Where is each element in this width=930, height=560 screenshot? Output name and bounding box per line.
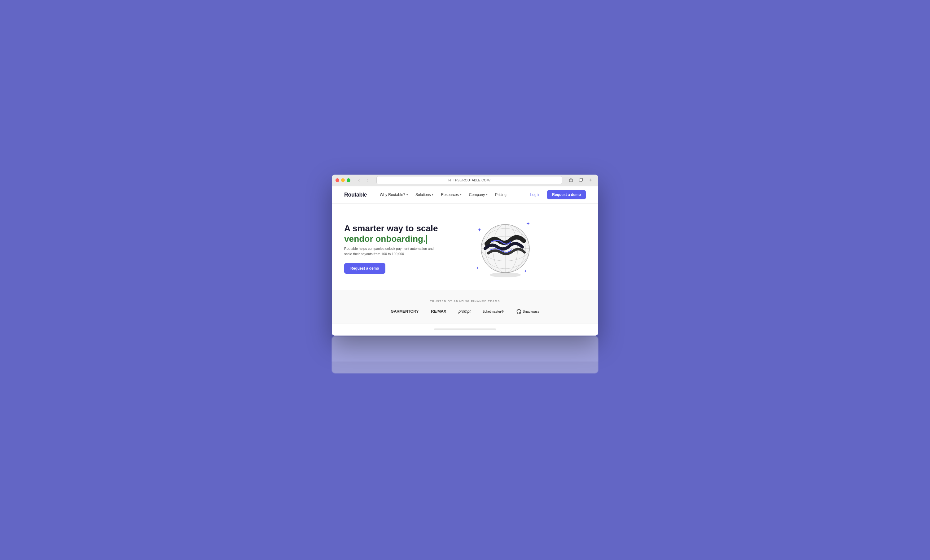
trusted-label: TRUSTED BY AMAZING FINANCE TEAMS [344, 300, 586, 303]
hero-title-accent: vendor onboarding. [344, 234, 427, 244]
chevron-down-icon: ▾ [486, 193, 488, 196]
hero-description: Routable helps companies unlock payment … [344, 246, 437, 257]
snackpass-text: Snackpass [523, 310, 539, 313]
trusted-section: TRUSTED BY AMAZING FINANCE TEAMS GARMENT… [332, 290, 598, 323]
logo-remax: RE/MAX [431, 309, 446, 314]
svg-point-12 [490, 272, 521, 278]
browser-nav-arrows: ‹ › [355, 176, 371, 184]
reflection-content [332, 336, 598, 362]
browser-reflection [332, 336, 598, 373]
svg-rect-2 [580, 178, 582, 181]
share-button[interactable] [567, 176, 575, 184]
hero-content: A smarter way to scale vendor onboarding… [344, 223, 462, 273]
sparkle-icon-1: ✦ [526, 221, 530, 227]
site-logo[interactable]: Routable [344, 192, 367, 198]
nav-company[interactable]: Company ▾ [466, 191, 491, 199]
nav-why-routable-label: Why Routable? [380, 193, 405, 197]
hero-title-line1: A smarter way to scale [344, 224, 438, 233]
nav-cta-group: Log in Request a demo [527, 190, 586, 199]
hero-cta-button[interactable]: Request a demo [344, 263, 385, 274]
nav-pricing-label: Pricing [495, 193, 507, 197]
logo-snackpass: 🎧 Snackpass [516, 309, 539, 314]
nav-links: Why Routable? ▾ Solutions ▾ Resources ▾ [377, 191, 527, 199]
address-bar[interactable]: HTTPS://ROUTABLE.COM/ [376, 176, 562, 184]
maximize-button[interactable] [346, 178, 350, 182]
sparkle-icon-4: ✦ [524, 269, 527, 273]
sparkle-icon-2: ✦ [477, 227, 482, 233]
logo-prompt: prompt [459, 309, 471, 314]
url-text: HTTPS://ROUTABLE.COM/ [448, 178, 490, 182]
globe-svg [474, 218, 536, 279]
back-button[interactable]: ‹ [355, 176, 363, 184]
hero-section: A smarter way to scale vendor onboarding… [332, 204, 598, 290]
chevron-down-icon: ▾ [432, 193, 433, 196]
sparkle-icon-3: ✦ [476, 266, 479, 270]
bottom-strip [332, 323, 598, 336]
cursor-blink [426, 235, 427, 244]
logo-ticketmaster: ticketmaster® [483, 310, 504, 313]
traffic-lights [336, 178, 350, 182]
desktop-background: ‹ › HTTPS://ROUTABLE.COM/ [0, 0, 930, 560]
main-nav: Routable Why Routable? ▾ Solutions ▾ Res… [332, 186, 598, 204]
forward-button[interactable]: › [364, 176, 371, 184]
browser-window: ‹ › HTTPS://ROUTABLE.COM/ [332, 175, 598, 336]
website-content: Routable Why Routable? ▾ Solutions ▾ Res… [332, 186, 598, 336]
chevron-down-icon: ▾ [460, 193, 462, 196]
nav-solutions[interactable]: Solutions ▾ [412, 191, 436, 199]
nav-why-routable[interactable]: Why Routable? ▾ [377, 191, 411, 199]
hero-title-line2: vendor onboarding. [344, 234, 426, 244]
nav-resources[interactable]: Resources ▾ [438, 191, 464, 199]
prompt-logo-text: prompt [459, 309, 471, 314]
browser-titlebar: ‹ › HTTPS://ROUTABLE.COM/ [332, 175, 598, 186]
snackpass-icon: 🎧 [516, 309, 521, 314]
minimize-button[interactable] [341, 178, 345, 182]
nav-resources-label: Resources [441, 193, 459, 197]
hero-title: A smarter way to scale vendor onboarding… [344, 223, 462, 244]
close-button[interactable] [336, 178, 339, 182]
nav-pricing[interactable]: Pricing [492, 191, 510, 199]
new-tab-button[interactable]: + [587, 176, 594, 184]
logo-garmentory: GARMENTORY [391, 309, 419, 314]
trusted-logos: GARMENTORY RE/MAX prompt ticketmaster® 🎧… [344, 309, 586, 314]
globe-illustration: ✦ ✦ ✦ ✦ [474, 218, 536, 279]
demo-button[interactable]: Request a demo [547, 190, 586, 199]
chevron-down-icon: ▾ [406, 193, 408, 196]
reflection-titlebar [332, 362, 598, 373]
duplicate-button[interactable] [577, 176, 585, 184]
nav-solutions-label: Solutions [416, 193, 431, 197]
hero-visual: ✦ ✦ ✦ ✦ [462, 218, 549, 279]
login-button[interactable]: Log in [527, 191, 544, 199]
bottom-bar-placeholder [434, 328, 496, 330]
nav-company-label: Company [469, 193, 485, 197]
browser-actions: + [567, 176, 594, 184]
